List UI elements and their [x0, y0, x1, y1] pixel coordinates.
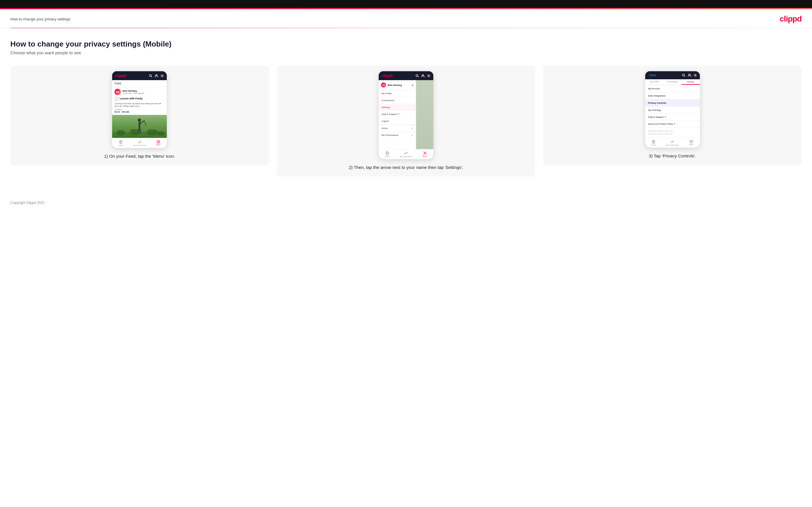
nav-menu-item-2: Menu	[423, 151, 427, 157]
nav-menu-item: Menu	[156, 140, 160, 146]
svg-line-29	[684, 76, 685, 77]
settings-item-helpsupport[interactable]: Help & Support ↗	[645, 114, 700, 121]
menu-item-logout[interactable]: Logout	[379, 118, 416, 125]
svg-point-0	[150, 74, 152, 76]
feed-avatar: BM	[114, 89, 121, 95]
settings-dataintegrations-chevron: ›	[696, 94, 697, 97]
menu-avatar: BM	[381, 82, 386, 88]
feed-header: Feed	[112, 80, 167, 87]
menu-home-chevron: ∨	[411, 127, 413, 129]
step-1-description: 1) On your Feed, tap the 'Menu' icon.	[104, 153, 175, 160]
settings-item-mygolfbag[interactable]: My Golf Bag ›	[645, 107, 700, 114]
step-3-phone: ‹ Back My Profile Connections Settings	[645, 71, 700, 148]
settings-mygolfbag-chevron: ›	[696, 109, 697, 111]
page-subheading: Choose what you want people to see	[10, 50, 802, 55]
menu-item-connections[interactable]: Connections	[379, 97, 416, 104]
post-icon-row: Lesson with Fordy	[114, 96, 164, 101]
steps-container: clippd Feed BM	[10, 65, 802, 177]
phone-nav-3: ‹ Back	[645, 71, 700, 79]
menu-item-settings[interactable]: Settings	[379, 104, 416, 111]
search-icon-3	[682, 73, 686, 77]
phone-nav-2: clippd	[379, 71, 433, 80]
nav-performance-item-3: My Performance	[666, 139, 679, 146]
home-icon-3	[652, 139, 656, 144]
settings-myaccount-label: My Account	[648, 87, 660, 90]
feed-duration-value: 01 hr : 30 min	[114, 111, 164, 113]
step-2-card: clippd	[277, 65, 536, 177]
nav-home-label: Home	[118, 145, 123, 146]
post-icon	[114, 96, 118, 101]
nav-home-label-3: Home	[651, 144, 656, 146]
settings-version: Clippd Client Version: 2022.8.3-3 GQL Se…	[645, 127, 700, 137]
settings-myaccount-chevron: ›	[696, 87, 697, 90]
tab-connections[interactable]: Connections	[663, 79, 681, 85]
back-chevron-icon: ‹	[648, 74, 649, 77]
feed-date: Yesterday · Sunningdale	[122, 92, 144, 94]
svg-point-15	[158, 131, 164, 135]
settings-dataintegrations-label: Data Integrations	[648, 95, 666, 97]
copyright: Copyright Clippd 2022	[10, 201, 45, 205]
nav-performance-label-3: My Performance	[666, 144, 679, 146]
settings-item-myaccount[interactable]: My Account ›	[645, 85, 700, 92]
header: How to change your privacy settings clip…	[0, 9, 812, 28]
phone-screen-1: Feed BM Blair McHarg Yesterday · Sunning…	[112, 80, 167, 148]
blurred-content: BM Blair McHarg ∧ My Profile Connections…	[379, 80, 433, 149]
menu-performance-chevron: ∨	[411, 134, 413, 136]
svg-line-7	[140, 121, 144, 123]
svg-point-20	[416, 74, 418, 76]
footer: Copyright Clippd 2022	[0, 194, 812, 212]
chart-icon-3	[670, 139, 674, 144]
step-2-description: 2) Then, tap the arrow next to your name…	[349, 164, 463, 171]
phone-nav-icons-3	[682, 73, 697, 77]
menu-item-helpsupport[interactable]: Help & Support ↗	[379, 111, 416, 118]
settings-mygolfbag-label: My Golf Bag	[648, 109, 661, 111]
search-icon-2	[415, 74, 419, 77]
phone-logo-2: clippd	[382, 73, 393, 78]
home-icon-2	[385, 151, 389, 155]
settings-privacycontrols-chevron: ›	[696, 101, 697, 104]
settings-item-dataintegrations[interactable]: Data Integrations ›	[645, 92, 700, 99]
svg-line-1	[151, 76, 152, 77]
settings-item-privacycontrols[interactable]: Privacy Controls ›	[645, 99, 700, 107]
menu-home-label: Home	[382, 127, 388, 129]
main-content: How to change your privacy settings (Mob…	[0, 28, 812, 194]
menu-section-performance[interactable]: My Performance ∨	[379, 131, 416, 138]
menu-icon	[156, 140, 160, 143]
svg-point-3	[162, 75, 163, 76]
step-3-card: ‹ Back My Profile Connections Settings	[543, 65, 802, 165]
tab-settings[interactable]: Settings	[681, 79, 700, 85]
svg-rect-33	[653, 142, 654, 143]
phone-nav-1: clippd	[112, 71, 167, 80]
svg-point-31	[695, 75, 696, 76]
tab-myprofile[interactable]: My Profile	[645, 79, 663, 85]
svg-line-21	[418, 76, 419, 77]
chart-icon-2	[404, 151, 408, 155]
settings-item-serviceprivacy[interactable]: Service & Privacy Policy ↗	[645, 121, 700, 127]
settings-icon-3	[694, 73, 697, 77]
step-1-card: clippd Feed BM	[10, 65, 269, 165]
feed-user-info: Blair McHarg Yesterday · Sunningdale	[122, 90, 144, 94]
step-3-description: 3) Tap 'Privacy Controls'.	[649, 153, 696, 159]
svg-line-10	[144, 121, 146, 126]
settings-screen: My Account › Data Integrations › Privacy…	[645, 85, 700, 137]
nav-home-item-3: Home	[651, 139, 656, 146]
svg-point-4	[161, 74, 164, 77]
svg-rect-16	[120, 142, 121, 144]
nav-home-item: Home	[118, 140, 123, 146]
svg-point-32	[694, 74, 697, 77]
phone-nav-icons-1	[149, 74, 164, 77]
settings-icon	[160, 74, 164, 77]
phone-screen-2: BM Blair McHarg ∧ My Profile Connections…	[379, 80, 433, 159]
phone-logo-1: clippd	[115, 73, 126, 78]
phone-bottom-nav-2: Home My Performance Menu	[379, 149, 433, 159]
phone-bottom-nav-1: Home My Performance Menu	[112, 138, 167, 148]
menu-item-myprofile[interactable]: My Profile	[379, 90, 416, 97]
menu-section-home[interactable]: Home ∨	[379, 125, 416, 131]
phone-bottom-nav-3: Home My Performance Menu	[645, 137, 700, 148]
search-icon	[149, 74, 152, 77]
chart-icon	[138, 140, 142, 144]
feed-duration-label: Duration	[114, 109, 164, 111]
nav-home-item-2: Home	[385, 151, 390, 157]
back-button[interactable]: ‹ Back	[648, 74, 656, 77]
feed-post-title: Lesson with Fordy	[119, 97, 143, 100]
